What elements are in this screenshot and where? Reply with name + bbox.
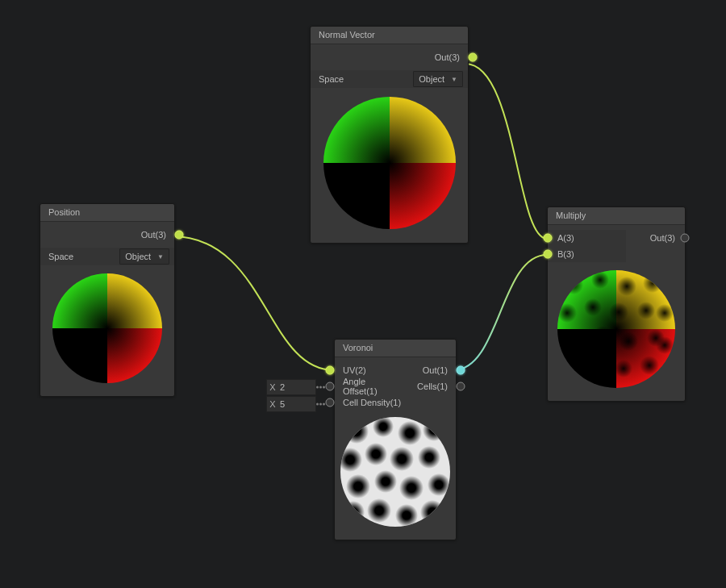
property-row-space: Space Object ▼: [311, 70, 468, 88]
svg-point-18: [390, 447, 414, 471]
svg-point-24: [342, 501, 365, 523]
node-voronoi[interactable]: Voronoi UV(2) Out(1) Angle Offset(1) Cel…: [334, 339, 457, 540]
port-out[interactable]: [681, 234, 690, 243]
param-value: 2: [278, 382, 315, 392]
svg-point-21: [374, 470, 397, 493]
port-a-in[interactable]: [544, 234, 553, 243]
node-title-label: Voronoi: [343, 343, 373, 352]
param-cell-density[interactable]: X 5: [266, 396, 316, 412]
svg-point-47: [640, 356, 659, 375]
svg-point-19: [418, 446, 440, 469]
property-label: Space: [315, 74, 413, 84]
param-angle-offset[interactable]: X 2: [266, 379, 316, 395]
output-label-cells: Cells(1): [395, 382, 448, 391]
node-title-label: Multiply: [556, 211, 586, 220]
node-title[interactable]: Voronoi: [335, 340, 456, 357]
svg-rect-8: [321, 163, 390, 231]
svg-point-36: [643, 273, 662, 293]
param-x-label: X: [267, 399, 278, 409]
node-title[interactable]: Position: [40, 204, 174, 222]
property-label: Space: [45, 252, 119, 261]
dropdown-value: Object: [125, 252, 151, 261]
svg-point-13: [373, 416, 394, 437]
input-label-density: Cell Density(1): [343, 398, 448, 407]
node-position[interactable]: Position Out(3) Space Object ▼: [40, 203, 175, 397]
svg-point-12: [344, 419, 369, 444]
node-preview: [40, 265, 174, 396]
svg-point-17: [365, 443, 387, 465]
svg-rect-6: [321, 94, 390, 163]
svg-rect-11: [339, 415, 452, 528]
svg-rect-1: [51, 272, 107, 328]
port-out[interactable]: [175, 231, 184, 240]
output-label-out: Out(1): [395, 365, 448, 375]
svg-point-39: [609, 302, 628, 322]
svg-point-48: [656, 304, 674, 322]
svg-point-38: [584, 298, 602, 316]
svg-point-42: [594, 326, 611, 344]
node-multiply[interactable]: Multiply A(3) Out(3) B(3): [547, 206, 686, 402]
param-x-label: X: [267, 382, 278, 392]
node-preview: [311, 88, 468, 243]
svg-point-37: [557, 303, 577, 323]
node-normal-vector[interactable]: Normal Vector Out(3) Space Object ▼: [310, 26, 469, 244]
output-label: Out(3): [319, 52, 460, 62]
svg-point-46: [615, 360, 632, 377]
property-row-space: Space Object ▼: [40, 248, 174, 265]
svg-point-14: [398, 421, 422, 445]
input-label-a: A(3): [557, 233, 574, 243]
svg-point-26: [395, 504, 418, 527]
dropdown-value: Object: [419, 74, 444, 84]
svg-point-40: [637, 302, 655, 319]
node-title-label: Normal Vector: [319, 30, 375, 40]
output-row-out: Out(3): [311, 49, 468, 65]
input-label-uv: UV(2): [343, 365, 395, 375]
chevron-down-icon: ▼: [157, 253, 164, 261]
svg-point-43: [619, 332, 638, 351]
input-label-b: B(3): [557, 249, 574, 259]
svg-rect-3: [51, 328, 107, 385]
svg-point-41: [565, 330, 585, 349]
drag-handle-icon[interactable]: [316, 403, 325, 406]
chevron-down-icon: ▼: [451, 76, 457, 83]
output-row-out: Out(3): [40, 227, 174, 243]
space-dropdown[interactable]: Object ▼: [413, 71, 463, 87]
svg-point-25: [367, 498, 391, 523]
svg-point-35: [617, 277, 636, 296]
svg-rect-9: [390, 163, 458, 231]
svg-rect-4: [107, 328, 164, 385]
svg-rect-2: [107, 272, 164, 328]
port-out[interactable]: [469, 53, 478, 62]
port-out[interactable]: [457, 366, 465, 375]
node-preview: [548, 262, 685, 401]
svg-point-16: [339, 448, 362, 472]
svg-point-45: [586, 354, 606, 373]
port-uv-in[interactable]: [326, 366, 335, 375]
output-label-out: Out(3): [650, 233, 675, 243]
svg-point-33: [564, 275, 583, 294]
svg-point-27: [420, 500, 444, 524]
svg-point-34: [591, 271, 609, 289]
port-cells[interactable]: [457, 382, 465, 391]
input-label-angle: Angle Offset(1): [343, 377, 395, 396]
output-label: Out(3): [48, 230, 166, 240]
svg-rect-7: [390, 94, 458, 163]
port-b-in[interactable]: [544, 250, 553, 259]
node-title-label: Position: [48, 207, 80, 217]
param-value: 5: [278, 399, 315, 409]
svg-point-20: [346, 474, 370, 498]
port-density-in[interactable]: [326, 398, 335, 407]
node-title[interactable]: Normal Vector: [311, 27, 468, 44]
svg-point-22: [399, 476, 424, 500]
svg-point-15: [423, 419, 445, 441]
svg-point-49: [656, 336, 674, 354]
node-preview: [335, 411, 456, 540]
space-dropdown[interactable]: Object ▼: [119, 248, 169, 265]
drag-handle-icon[interactable]: [316, 386, 325, 389]
node-title[interactable]: Multiply: [548, 207, 685, 225]
port-angle-in[interactable]: [326, 382, 335, 391]
svg-point-23: [428, 473, 450, 496]
